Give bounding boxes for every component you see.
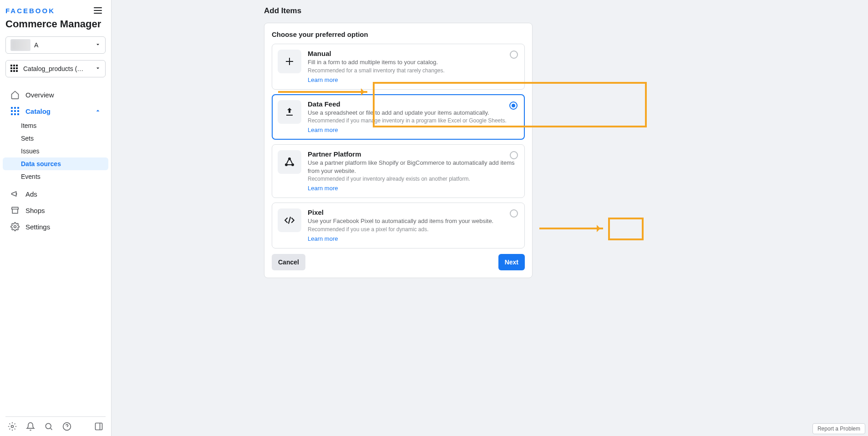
gear-icon[interactable] [7,421,17,431]
gear-icon [10,222,20,232]
svg-rect-7 [14,113,16,115]
main-content: Add Items Choose your preferred option M… [112,0,868,436]
nav-label: Shops [25,207,45,214]
grid-icon [10,106,20,116]
plus-icon [278,50,301,73]
catalog-subnav: Items Sets Issues Data sources Events [0,119,111,183]
svg-rect-8 [17,113,19,115]
svg-rect-0 [11,107,13,109]
option-title: Manual [308,50,519,57]
svg-line-22 [289,217,290,224]
option-rec: Recommended for a small inventory that r… [308,67,519,74]
chevron-up-icon [95,107,101,115]
home-icon [10,90,20,100]
radio-button[interactable] [510,51,518,59]
option-rec: Recommended if you manage inventory in a… [308,117,519,124]
account-selector[interactable]: A [5,36,106,54]
option-title: Pixel [308,208,519,216]
svg-point-9 [14,226,16,228]
svg-point-10 [11,426,14,428]
nav-settings[interactable]: Settings [3,218,108,235]
platform-icon [278,150,301,174]
help-icon[interactable] [62,421,72,431]
svg-rect-4 [14,110,16,112]
chevron-down-icon [95,41,101,49]
svg-point-21 [291,163,294,166]
nav-label: Settings [25,223,50,231]
code-icon [278,208,301,232]
radio-button[interactable] [509,101,518,110]
subnav-data-sources[interactable]: Data sources [3,157,108,170]
annotation-arrow [278,91,367,93]
sidebar: FACEBOOK Commerce Manager A Catalog_prod… [0,0,112,436]
annotation-highlight-box [608,218,644,240]
option-title: Data Feed [308,100,519,108]
catalog-selector[interactable]: Catalog_products (43461994... [5,60,106,77]
report-problem-button[interactable]: Report a Problem [812,423,865,434]
brand-label: FACEBOOK [5,7,55,15]
megaphone-icon [10,189,20,199]
option-title: Partner Platform [308,150,519,158]
option-manual[interactable]: Manual Fill in a form to add multiple it… [272,44,525,90]
nav-overview[interactable]: Overview [3,86,108,103]
option-desc: Use a spreadsheet or file to add and upd… [308,109,519,117]
option-rec: Recommended if your inventory already ex… [308,176,519,182]
option-data-feed[interactable]: Data Feed Use a spreadsheet or file to a… [272,94,525,140]
nav-catalog[interactable]: Catalog [3,103,108,119]
subnav-items[interactable]: Items [3,119,108,132]
learn-more-link[interactable]: Learn more [308,127,338,133]
svg-rect-1 [14,107,16,109]
cancel-button[interactable]: Cancel [272,254,305,270]
search-icon[interactable] [44,421,54,431]
catalog-label: Catalog_products (43461994... [23,65,87,72]
nav-shops[interactable]: Shops [3,202,108,218]
account-label: A [34,41,38,49]
shop-icon [10,205,20,215]
nav-ads[interactable]: Ads [3,186,108,202]
svg-rect-18 [286,115,293,116]
svg-rect-14 [96,423,102,430]
account-thumb [10,39,30,51]
nav-label: Catalog [25,107,51,115]
nav-label: Overview [25,91,54,99]
grid-icon [10,65,19,73]
subnav-sets[interactable]: Sets [3,132,108,145]
svg-rect-3 [11,110,13,112]
content-title: Add Items [264,6,868,15]
learn-more-link[interactable]: Learn more [308,185,338,192]
option-partner-platform[interactable]: Partner Platform Use a partner platform … [272,144,525,198]
svg-rect-5 [17,110,19,112]
svg-point-11 [46,423,51,429]
bell-icon[interactable] [25,421,36,431]
page-title: Commerce Manager [5,18,104,30]
subnav-events[interactable]: Events [3,170,108,183]
learn-more-link[interactable]: Learn more [308,76,338,83]
option-desc: Fill in a form to add multiple items to … [308,58,519,66]
menu-icon[interactable] [92,5,104,15]
learn-more-link[interactable]: Learn more [308,235,338,242]
card-heading: Choose your preferred option [272,30,525,38]
nav-label: Ads [25,190,37,198]
sidebar-footer [5,416,106,436]
option-rec: Recommended if you use a pixel for dynam… [308,226,519,233]
svg-point-20 [285,163,288,166]
svg-rect-6 [11,113,13,115]
annotation-arrow [539,228,603,229]
panel-icon[interactable] [94,421,104,431]
svg-rect-2 [17,107,19,109]
subnav-issues[interactable]: Issues [3,145,108,157]
option-pixel[interactable]: Pixel Use your Facebook Pixel to automat… [272,203,525,248]
upload-icon [278,100,301,124]
options-card: Choose your preferred option Manual Fill… [264,23,533,278]
radio-button[interactable] [510,151,518,159]
sidebar-header: FACEBOOK Commerce Manager [0,0,111,30]
sidebar-nav: Overview Catalog Items Sets Issues Data … [0,84,111,416]
chevron-down-icon [95,65,101,72]
button-row: Cancel Next [272,254,525,270]
option-desc: Use your Facebook Pixel to automatically… [308,217,519,225]
option-desc: Use a partner platform like Shopify or B… [308,159,519,175]
next-button[interactable]: Next [498,254,525,270]
